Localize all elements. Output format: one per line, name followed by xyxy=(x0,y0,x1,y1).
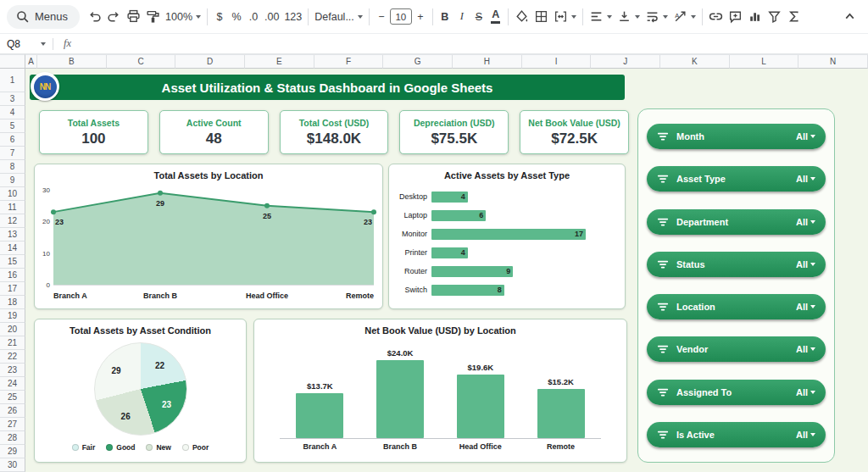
fill-color-button[interactable] xyxy=(512,6,531,28)
column-value-label: $24.0K xyxy=(387,348,414,358)
filter-dropdown[interactable]: All xyxy=(796,131,815,142)
increase-decimal-button[interactable]: .00 xyxy=(262,6,281,28)
format-currency-button[interactable]: $ xyxy=(211,6,228,28)
row-header-25[interactable]: 25 xyxy=(0,391,25,404)
create-filter-button[interactable] xyxy=(765,6,784,28)
strikethrough-button[interactable]: S xyxy=(470,6,487,28)
row-header-16[interactable]: 16 xyxy=(0,269,25,282)
menus-button[interactable]: Menus xyxy=(7,5,80,29)
font-size-input[interactable]: 10 xyxy=(390,8,412,25)
filter-vendor[interactable]: VendorAll xyxy=(647,336,826,362)
row-header-14[interactable]: 14 xyxy=(0,242,25,255)
row-header-3[interactable]: 3 xyxy=(0,92,25,106)
horizontal-align-button[interactable] xyxy=(587,6,615,28)
row-header-6[interactable]: 6 xyxy=(0,133,25,147)
text-color-button[interactable]: A xyxy=(487,6,504,28)
column-header-l[interactable]: L xyxy=(730,55,799,69)
formula-input[interactable] xyxy=(80,34,868,53)
row-header-10[interactable]: 10 xyxy=(0,187,25,201)
vertical-align-button[interactable] xyxy=(615,6,643,28)
column-header-g[interactable]: G xyxy=(383,55,453,69)
row-header-18[interactable]: 18 xyxy=(0,296,25,309)
row-header-21[interactable]: 21 xyxy=(0,336,25,350)
column-header-b[interactable]: B xyxy=(37,55,107,69)
row-header-29[interactable]: 29 xyxy=(0,445,25,458)
row-header-17[interactable]: 17 xyxy=(0,282,25,296)
column-header-k[interactable]: K xyxy=(660,55,730,69)
format-percent-button[interactable]: % xyxy=(228,6,245,28)
filter-dropdown[interactable]: All xyxy=(796,344,815,354)
select-all-corner[interactable] xyxy=(0,54,25,69)
filter-dropdown[interactable]: All xyxy=(796,387,815,397)
text-wrap-button[interactable] xyxy=(643,6,670,28)
row-header-22[interactable]: 22 xyxy=(0,350,25,364)
column-header-e[interactable]: E xyxy=(245,55,314,69)
spreadsheet-grid[interactable]: Asset Utilization & Status Dashboard in … xyxy=(25,69,868,472)
column-header-f[interactable]: F xyxy=(314,55,384,69)
column-header-h[interactable]: H xyxy=(453,55,522,69)
column-header-j[interactable]: J xyxy=(591,55,660,69)
row-header-1[interactable]: 1 xyxy=(0,69,25,92)
bold-button[interactable]: B xyxy=(437,6,453,28)
row-header-7[interactable]: 7 xyxy=(0,147,25,160)
filter-dropdown[interactable]: All xyxy=(796,217,815,227)
filter-assigned-to[interactable]: Assigned ToAll xyxy=(647,380,826,405)
row-header-24[interactable]: 24 xyxy=(0,377,25,391)
row-header-8[interactable]: 8 xyxy=(0,160,25,174)
merge-cells-button[interactable] xyxy=(551,6,579,28)
row-header-20[interactable]: 20 xyxy=(0,323,25,336)
chart-net-book-value-by-location[interactable]: Net Book Value (USD) by Location $13.7K$… xyxy=(253,319,627,463)
undo-button[interactable] xyxy=(85,6,104,28)
functions-button[interactable] xyxy=(784,6,804,28)
row-header-4[interactable]: 4 xyxy=(0,106,25,119)
chart-active-assets-by-asset-type[interactable]: Active Assets by Asset Type Desktop4Lapt… xyxy=(388,164,626,309)
column-header-n[interactable]: N xyxy=(798,55,868,69)
filter-month[interactable]: MonthAll xyxy=(647,124,826,149)
chevron-down-icon xyxy=(41,42,46,46)
insert-link-button[interactable] xyxy=(706,6,726,28)
filter-dropdown[interactable]: All xyxy=(796,430,815,440)
chart-total-assets-by-asset-condition[interactable]: Total Assets by Asset Condition 22232629… xyxy=(34,319,247,463)
column-header-a[interactable]: A xyxy=(25,55,37,69)
filter-is-active[interactable]: Is ActiveAll xyxy=(647,422,826,447)
insert-comment-button[interactable] xyxy=(726,6,745,28)
row-header-13[interactable]: 13 xyxy=(0,228,25,242)
collapse-toolbar-button[interactable] xyxy=(837,5,861,29)
filter-dropdown[interactable]: All xyxy=(796,259,815,269)
increase-font-size-button[interactable]: + xyxy=(412,6,429,28)
insert-chart-button[interactable] xyxy=(745,6,765,28)
cell-reference-box[interactable]: Q8 xyxy=(0,34,53,53)
redo-button[interactable] xyxy=(104,6,124,28)
print-button[interactable] xyxy=(124,6,143,28)
row-header-30[interactable]: 30 xyxy=(0,458,25,472)
filter-asset-type[interactable]: Asset TypeAll xyxy=(647,166,826,192)
text-rotation-button[interactable]: A xyxy=(670,6,698,28)
decrease-decimal-button[interactable]: .0 xyxy=(245,6,262,28)
row-header-12[interactable]: 12 xyxy=(0,214,25,228)
filter-location[interactable]: LocationAll xyxy=(647,294,826,319)
filter-dropdown[interactable]: All xyxy=(796,302,815,312)
zoom-select[interactable]: 100% xyxy=(163,6,203,28)
filter-department[interactable]: DepartmentAll xyxy=(647,209,826,235)
chart-total-assets-by-location[interactable]: Total Assets by Location 010203023292523… xyxy=(34,164,383,309)
column-header-c[interactable]: C xyxy=(107,55,176,69)
row-header-11[interactable]: 11 xyxy=(0,201,25,214)
row-header-23[interactable]: 23 xyxy=(0,364,25,377)
row-header-26[interactable]: 26 xyxy=(0,404,25,418)
row-header-9[interactable]: 9 xyxy=(0,174,25,187)
more-formats-button[interactable]: 123 xyxy=(281,6,304,28)
row-header-28[interactable]: 28 xyxy=(0,431,25,445)
column-header-d[interactable]: D xyxy=(175,55,245,69)
paint-format-button[interactable] xyxy=(143,6,163,28)
filter-dropdown[interactable]: All xyxy=(796,174,815,184)
italic-button[interactable]: I xyxy=(453,6,470,28)
borders-button[interactable] xyxy=(531,6,551,28)
decrease-font-size-button[interactable]: − xyxy=(373,6,390,28)
row-header-19[interactable]: 19 xyxy=(0,309,25,323)
row-header-15[interactable]: 15 xyxy=(0,255,25,269)
row-header-5[interactable]: 5 xyxy=(0,119,25,133)
column-header-i[interactable]: I xyxy=(522,55,592,69)
font-select[interactable]: Defaul... xyxy=(312,6,365,28)
row-header-27[interactable]: 27 xyxy=(0,418,25,431)
filter-status[interactable]: StatusAll xyxy=(647,252,826,277)
